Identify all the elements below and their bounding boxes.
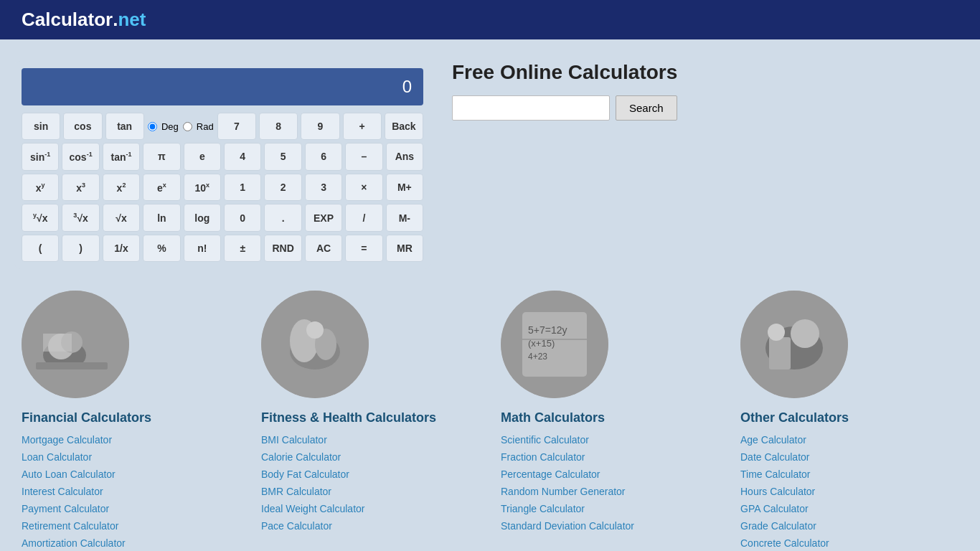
list-item: Amortization Calculator [22,537,254,550]
btn-6[interactable]: 6 [305,143,342,171]
list-item: Standard Deviation Calculator [501,519,733,532]
btn-7[interactable]: 7 [217,113,256,140]
standard-deviation-calculator-link[interactable]: Standard Deviation Calculator [501,520,634,532]
mortgage-calculator-link[interactable]: Mortgage Calculator [22,434,112,446]
btn-dot[interactable]: . [264,204,301,232]
btn-plusminus[interactable]: ± [224,235,261,262]
deg-radio[interactable] [148,122,157,131]
btn-rparen[interactable]: ) [62,235,99,262]
main-content: 0 sin cos tan Deg Rad 7 8 9 + Back [0,39,980,283]
btn-sin[interactable]: sin [22,113,60,140]
calc-row-2: sin-1 cos-1 tan-1 π e 4 5 6 – Ans [22,143,423,171]
rad-radio[interactable] [183,122,192,131]
btn-mminus[interactable]: M- [386,204,423,232]
concrete-calculator-link[interactable]: Concrete Calculator [740,537,829,549]
btn-divide[interactable]: / [345,204,382,232]
hours-calculator-link[interactable]: Hours Calculator [740,486,815,497]
btn-2[interactable]: 2 [264,174,301,202]
btn-tan-inv[interactable]: tan-1 [103,143,140,171]
list-item: Concrete Calculator [740,537,973,550]
btn-tan[interactable]: tan [105,113,144,140]
list-item: Ideal Weight Calculator [261,502,494,515]
date-calculator-link[interactable]: Date Calculator [740,451,810,463]
deg-label[interactable]: Deg [161,121,179,132]
deg-rad-toggle[interactable]: Deg Rad [147,113,215,140]
btn-multiply[interactable]: × [345,174,382,202]
btn-x2[interactable]: x2 [103,174,140,202]
pace-calculator-link[interactable]: Pace Calculator [261,520,332,532]
btn-plus[interactable]: + [343,113,382,140]
amortization-calculator-link[interactable]: Amortization Calculator [22,537,126,549]
triangle-calculator-link[interactable]: Triangle Calculator [501,503,585,514]
scientific-calculator-link[interactable]: Scientific Calculator [501,434,589,446]
btn-exp[interactable]: EXP [305,204,342,232]
btn-x3[interactable]: x3 [62,174,99,202]
rad-label[interactable]: Rad [197,121,214,132]
btn-rnd[interactable]: RND [264,235,301,262]
auto-loan-calculator-link[interactable]: Auto Loan Calculator [22,468,116,480]
btn-back[interactable]: Back [385,113,423,140]
btn-ans[interactable]: Ans [386,143,423,171]
other-title: Other Calculators [740,410,973,426]
btn-xy[interactable]: xy [22,174,59,202]
bmr-calculator-link[interactable]: BMR Calculator [261,486,331,497]
ideal-weight-calculator-link[interactable]: Ideal Weight Calculator [261,503,364,514]
btn-3sqrtx[interactable]: 3√x [62,204,99,232]
bmi-calculator-link[interactable]: BMI Calculator [261,434,327,446]
btn-percent[interactable]: % [143,235,180,262]
fraction-calculator-link[interactable]: Fraction Calculator [501,451,585,463]
btn-cos-inv[interactable]: cos-1 [62,143,99,171]
right-panel: Free Online Calculators Search [452,61,966,269]
math-links: Scientific Calculator Fraction Calculato… [501,433,733,532]
categories-section: Financial Calculators Mortgage Calculato… [0,283,980,551]
btn-ysqrtx[interactable]: y√x [22,204,59,232]
header: Calculator.net [0,0,980,39]
list-item: GPA Calculator [740,502,973,515]
random-number-generator-link[interactable]: Random Number Generator [501,486,626,497]
list-item: Loan Calculator [22,451,254,463]
calc-row-4: y√x 3√x √x ln log 0 . EXP / M- [22,204,423,232]
body-fat-calculator-link[interactable]: Body Fat Calculator [261,468,349,480]
btn-sin-inv[interactable]: sin-1 [22,143,59,171]
payment-calculator-link[interactable]: Payment Calculator [22,503,109,514]
btn-e[interactable]: e [184,143,221,171]
list-item: Body Fat Calculator [261,468,494,481]
btn-0[interactable]: 0 [224,204,261,232]
btn-5[interactable]: 5 [264,143,301,171]
btn-ac[interactable]: AC [305,235,342,262]
btn-equals[interactable]: = [345,235,382,262]
other-links: Age Calculator Date Calculator Time Calc… [740,433,973,550]
btn-reciprocal[interactable]: 1/x [103,235,140,262]
btn-ln[interactable]: ln [143,204,180,232]
btn-mplus[interactable]: M+ [386,174,423,202]
btn-sqrtx[interactable]: √x [103,204,140,232]
categories-grid: Financial Calculators Mortgage Calculato… [22,291,973,550]
loan-calculator-link[interactable]: Loan Calculator [22,451,92,463]
btn-cos[interactable]: cos [63,113,102,140]
search-button[interactable]: Search [616,95,677,121]
time-calculator-link[interactable]: Time Calculator [740,468,811,480]
age-calculator-link[interactable]: Age Calculator [740,434,806,446]
grade-calculator-link[interactable]: Grade Calculator [740,520,816,532]
btn-ex[interactable]: ex [143,174,180,202]
page-title: Free Online Calculators [452,61,966,84]
search-input[interactable] [452,95,610,121]
interest-calculator-link[interactable]: Interest Calculator [22,486,103,497]
btn-8[interactable]: 8 [259,113,298,140]
btn-mr[interactable]: MR [386,235,423,262]
btn-log[interactable]: log [184,204,221,232]
calorie-calculator-link[interactable]: Calorie Calculator [261,451,341,463]
btn-10x[interactable]: 10x [184,174,221,202]
gpa-calculator-link[interactable]: GPA Calculator [740,503,809,514]
btn-3[interactable]: 3 [305,174,342,202]
btn-4[interactable]: 4 [224,143,261,171]
percentage-calculator-link[interactable]: Percentage Calculator [501,468,600,480]
btn-1[interactable]: 1 [224,174,261,202]
btn-minus[interactable]: – [345,143,382,171]
btn-factorial[interactable]: n! [184,235,221,262]
btn-pi[interactable]: π [143,143,180,171]
btn-lparen[interactable]: ( [22,235,59,262]
retirement-calculator-link[interactable]: Retirement Calculator [22,520,118,532]
btn-9[interactable]: 9 [301,113,339,140]
list-item: Date Calculator [740,451,973,463]
